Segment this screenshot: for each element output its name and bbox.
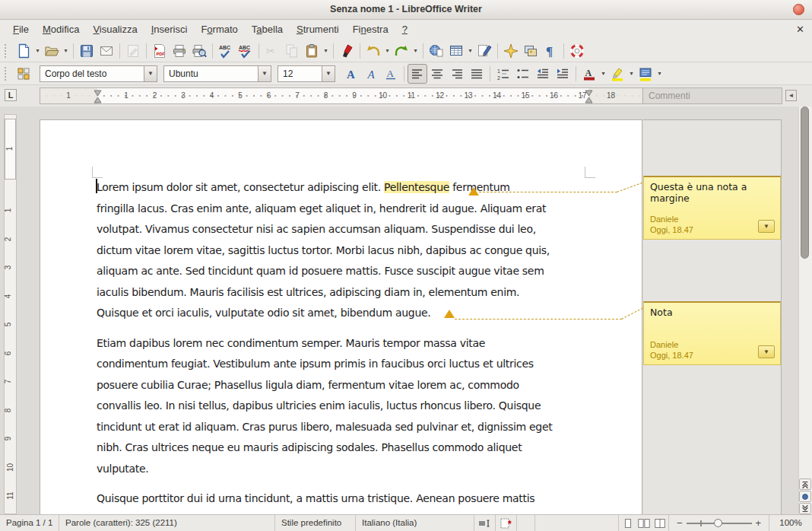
indent-marker-left[interactable]	[94, 90, 102, 107]
next-page-button[interactable]	[799, 503, 811, 514]
zoom-slider-thumb[interactable]	[714, 519, 722, 527]
undo-dropdown-arrow[interactable]: ▾	[383, 41, 392, 61]
zoom-slider-track[interactable]	[687, 523, 752, 524]
align-left-button[interactable]	[408, 64, 427, 84]
table-button[interactable]	[446, 41, 466, 61]
increase-indent-button[interactable]	[553, 64, 573, 84]
align-center-button[interactable]	[427, 64, 447, 84]
draw-functions-button[interactable]	[474, 41, 494, 61]
document-close-icon[interactable]: ✕	[796, 20, 804, 40]
menu-finestra[interactable]: Finestra	[346, 21, 395, 39]
window-close-button[interactable]	[793, 4, 804, 15]
navigation-button[interactable]	[799, 491, 811, 502]
menu-modifica[interactable]: Modifica	[36, 21, 86, 39]
paragraph-style-combo[interactable]: Corpo del testo ▼	[40, 65, 157, 82]
status-language[interactable]: Italiano (Italia)	[356, 515, 474, 531]
open-dropdown-arrow[interactable]: ▾	[62, 41, 70, 61]
justify-button[interactable]	[467, 64, 487, 84]
font-size-combo[interactable]: 12 ▼	[278, 65, 335, 82]
vertical-scrollbar-thumb[interactable]	[801, 107, 809, 259]
formatting-marks-button[interactable]: ¶	[541, 41, 560, 61]
comment-anchor-icon[interactable]	[444, 310, 455, 318]
menu-tabella[interactable]: Tabella	[245, 21, 290, 39]
paste-dropdown-arrow[interactable]: ▾	[322, 41, 330, 61]
new-document-button[interactable]	[14, 41, 33, 61]
print-preview-button[interactable]	[189, 41, 209, 61]
toolbar-grip[interactable]	[5, 67, 11, 81]
document-text[interactable]: Lorem ipsum dolor sit amet, consectetur …	[97, 177, 592, 514]
single-page-view-icon[interactable]	[621, 517, 635, 529]
status-word-count[interactable]: Parole (caratteri): 325 (2211)	[59, 515, 275, 531]
menu-visualizza[interactable]: Visualizza	[86, 21, 144, 39]
new-document-dropdown-arrow[interactable]: ▾	[33, 41, 42, 61]
underline-button[interactable]: A	[381, 64, 401, 84]
background-color-button[interactable]	[636, 64, 655, 84]
menu-aiuto[interactable]: ?	[395, 21, 414, 39]
hyperlink-button[interactable]	[427, 41, 446, 61]
paragraph[interactable]: Lorem ipsum dolor sit amet, consectetur …	[97, 177, 592, 324]
zoom-out-icon[interactable]: −	[677, 515, 683, 531]
menu-inserisci[interactable]: Inserisci	[144, 21, 195, 39]
status-selection-mode[interactable]: *	[496, 515, 517, 531]
menu-formato[interactable]: Formato	[194, 21, 244, 39]
spelling-button[interactable]: ABC	[216, 41, 236, 61]
paste-button[interactable]	[302, 41, 322, 61]
styles-panel-button[interactable]	[14, 64, 33, 84]
status-zoom-percent[interactable]: 100%	[769, 515, 812, 531]
font-name-combo[interactable]: Ubuntu ▼	[163, 65, 271, 82]
bullet-list-button[interactable]	[513, 64, 533, 84]
auto-spellcheck-button[interactable]: ABC	[236, 41, 255, 61]
table-dropdown-arrow[interactable]: ▾	[466, 41, 474, 61]
decrease-indent-button[interactable]	[533, 64, 553, 84]
bold-button[interactable]: A	[341, 64, 361, 84]
highlight-color-dropdown-arrow[interactable]: ▾	[627, 64, 636, 84]
align-right-button[interactable]	[447, 64, 467, 84]
tab-stop-selector[interactable]: L	[5, 89, 17, 101]
margin-comment[interactable]: Questa è una nota a margine Daniele Oggi…	[643, 176, 781, 240]
previous-page-button[interactable]	[799, 479, 811, 490]
paragraph[interactable]: Etiam dapibus lorem nec condimentum semp…	[97, 333, 592, 480]
highlight-color-button[interactable]	[607, 64, 627, 84]
open-button[interactable]	[42, 41, 62, 61]
horizontal-ruler[interactable]: 1 123456789101112131415161718	[40, 87, 642, 104]
comment-menu-button[interactable]: ▼	[758, 220, 775, 233]
export-pdf-button[interactable]: PDF	[150, 41, 170, 61]
comment-highlighted-text[interactable]: Pellentesque	[384, 181, 449, 193]
undo-button[interactable]	[363, 41, 383, 61]
status-modified-flag[interactable]	[517, 515, 535, 531]
email-button[interactable]	[97, 41, 116, 61]
menu-file[interactable]: File	[6, 21, 36, 39]
status-page-number[interactable]: Pagina 1 / 1	[0, 515, 59, 531]
combo-dropdown-icon[interactable]: ▼	[258, 66, 271, 81]
multi-page-view-icon[interactable]	[637, 517, 651, 529]
comment-text[interactable]: Nota	[650, 307, 774, 318]
toolbar-grip[interactable]	[5, 44, 11, 58]
paragraph[interactable]: Quisque porttitor dui id urna tincidunt,…	[97, 488, 592, 514]
menu-strumenti[interactable]: Strumenti	[290, 21, 346, 39]
comment-text[interactable]: Questa è una nota a margine	[650, 181, 774, 204]
combo-dropdown-icon[interactable]: ▼	[322, 66, 335, 81]
print-button[interactable]	[170, 41, 189, 61]
italic-button[interactable]: A	[361, 64, 381, 84]
vertical-ruler[interactable]: 1 123456789101112	[4, 114, 17, 514]
background-color-dropdown-arrow[interactable]: ▾	[655, 64, 664, 84]
comments-collapse-button[interactable]: ◄	[785, 90, 797, 101]
comment-menu-button[interactable]: ▼	[758, 345, 775, 358]
help-button[interactable]	[567, 41, 587, 61]
combo-dropdown-icon[interactable]: ▼	[144, 66, 157, 81]
zoom-in-icon[interactable]: +	[756, 515, 762, 531]
status-page-style[interactable]: Stile predefinito	[275, 515, 356, 531]
clone-formatting-button[interactable]	[337, 41, 357, 61]
book-view-icon[interactable]	[653, 517, 667, 529]
redo-dropdown-arrow[interactable]: ▾	[411, 41, 420, 61]
gallery-button[interactable]	[521, 41, 541, 61]
status-insert-mode[interactable]	[474, 515, 496, 531]
save-button[interactable]	[77, 41, 97, 61]
font-color-button[interactable]: A	[579, 64, 599, 84]
navigator-button[interactable]	[501, 41, 521, 61]
margin-comment[interactable]: Nota Daniele Oggi, 18.47 ▼	[643, 301, 781, 365]
font-color-dropdown-arrow[interactable]: ▾	[599, 64, 607, 84]
numbered-list-button[interactable]: 12	[493, 64, 513, 84]
redo-button[interactable]	[392, 41, 411, 61]
comment-anchor-icon[interactable]	[468, 187, 479, 196]
